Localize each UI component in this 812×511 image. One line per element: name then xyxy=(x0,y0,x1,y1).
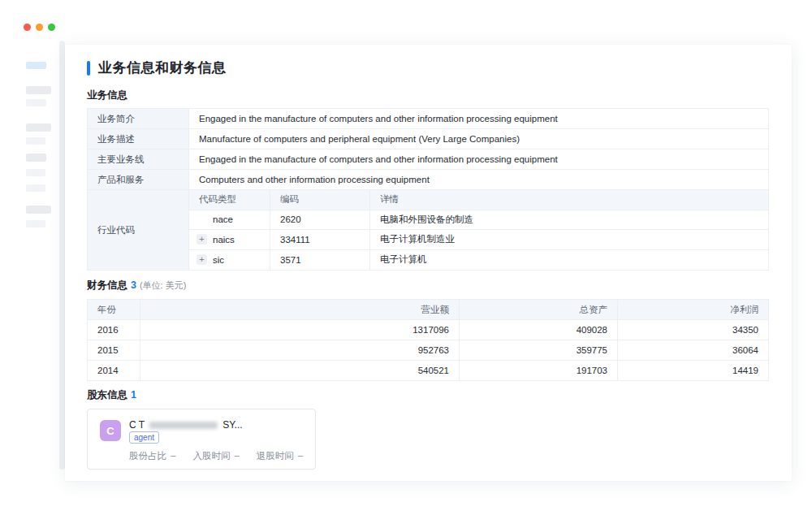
table-row: + naics 334111 电子计算机制造业 xyxy=(189,230,768,250)
cell-profit: 34350 xyxy=(618,320,768,340)
row-label: 产品和服务 xyxy=(88,170,189,189)
column-header: 营业额 xyxy=(140,300,460,319)
cell-year: 2015 xyxy=(88,340,140,360)
cell-code-type: + naics xyxy=(189,230,270,249)
table-row: nace 2620 电脑和外围设备的制造 xyxy=(189,210,768,231)
financial-info-heading-text: 财务信息 xyxy=(87,279,127,291)
sidebar-item[interactable] xyxy=(26,184,45,192)
table-row: 业务描述 Manufacture of computers and periph… xyxy=(88,129,768,149)
shareholder-name: C T SY... xyxy=(129,419,243,431)
column-header: 代码类型 xyxy=(189,190,270,210)
cell-detail: 电子计算机制造业 xyxy=(370,230,768,249)
window-controls xyxy=(24,24,55,31)
industry-codes-row: 行业代码 代码类型 编码 详情 nace 2620 电脑和外围设备的制造 + n… xyxy=(88,190,768,271)
shareholder-card: C C T SY... agent 股份占比 – 入股时间 – 退股时间 – xyxy=(87,409,316,470)
table-row: 产品和服务 Computers and other information pr… xyxy=(88,170,768,190)
name-suffix: SY... xyxy=(222,419,242,431)
cell-assets: 359775 xyxy=(460,340,618,360)
financial-table-header: 年份 营业额 总资产 净利润 xyxy=(88,300,768,320)
expand-button[interactable]: + xyxy=(197,234,207,245)
shareholder-stats: 股份占比 – 入股时间 – 退股时间 – xyxy=(129,450,303,462)
cell-code: 334111 xyxy=(270,230,370,249)
stat-value: – xyxy=(234,450,239,462)
column-header: 详情 xyxy=(370,190,768,210)
sidebar-item[interactable] xyxy=(26,99,46,106)
cell-detail: 电脑和外围设备的制造 xyxy=(370,210,768,230)
financial-info-heading: 财务信息3(单位: 美元) xyxy=(87,279,186,292)
business-info-table: 业务简介 Engaged in the manufacture of compu… xyxy=(87,108,769,271)
page-title-text: 业务信息和财务信息 xyxy=(98,58,227,77)
cell-profit: 36064 xyxy=(618,340,768,360)
cell-year: 2016 xyxy=(88,320,140,340)
row-value: Engaged in the manufacture of computers … xyxy=(189,109,768,128)
stat-join-date: 入股时间 – xyxy=(192,450,239,462)
page-title: 业务信息和财务信息 xyxy=(87,58,227,77)
sidebar-item[interactable] xyxy=(26,137,45,145)
cell-revenue: 540521 xyxy=(140,361,460,380)
panel-divider xyxy=(59,41,65,470)
cell-code-type: + sic xyxy=(189,250,270,271)
row-label: 行业代码 xyxy=(88,190,189,270)
expand-button[interactable]: + xyxy=(197,254,207,265)
table-row: 2014 540521 191703 14419 xyxy=(88,361,768,381)
close-button[interactable] xyxy=(24,24,31,31)
minimize-button[interactable] xyxy=(36,24,43,31)
table-row: 2015 952763 359775 36064 xyxy=(88,340,768,361)
sidebar-item[interactable] xyxy=(26,86,51,94)
cell-revenue: 952763 xyxy=(140,340,460,360)
sidebar-item[interactable] xyxy=(26,154,46,162)
shareholder-info-heading-text: 股东信息 xyxy=(87,389,127,401)
sidebar-item-active[interactable] xyxy=(26,62,46,69)
table-row: + sic 3571 电子计算机 xyxy=(189,250,768,271)
row-value: Manufacture of computers and peripheral … xyxy=(189,129,768,149)
cell-revenue: 1317096 xyxy=(140,320,460,340)
stat-label: 退股时间 xyxy=(257,450,294,462)
cell-profit: 14419 xyxy=(618,361,768,380)
row-label: 业务简介 xyxy=(88,109,189,128)
table-row: 业务简介 Engaged in the manufacture of compu… xyxy=(88,109,768,129)
code-type-text: naics xyxy=(213,235,235,245)
industry-codes-table: 代码类型 编码 详情 nace 2620 电脑和外围设备的制造 + naics … xyxy=(189,190,768,270)
zoom-button[interactable] xyxy=(48,24,55,31)
stat-value: – xyxy=(298,450,303,462)
financial-count-badge: 3 xyxy=(131,279,136,291)
cell-assets: 191703 xyxy=(460,361,618,380)
sidebar-item[interactable] xyxy=(26,220,45,227)
stat-value: – xyxy=(171,450,175,462)
cell-assets: 409028 xyxy=(460,320,618,340)
cell-code-type: nace xyxy=(189,210,270,230)
financial-table: 年份 营业额 总资产 净利润 2016 1317096 409028 34350… xyxy=(87,299,769,381)
sidebar-item[interactable] xyxy=(26,169,45,176)
shareholder-avatar: C xyxy=(100,420,121,441)
unit-note: (单位: 美元) xyxy=(140,280,186,290)
content-panel: 业务信息和财务信息 业务信息 业务简介 Engaged in the manuf… xyxy=(65,45,792,481)
sidebar-item[interactable] xyxy=(26,206,51,214)
shareholder-info-heading: 股东信息1 xyxy=(87,388,136,402)
cell-code: 2620 xyxy=(270,210,370,230)
business-info-heading-text: 业务信息 xyxy=(87,89,127,101)
row-value: Engaged in the manufacture of computers … xyxy=(189,149,768,169)
title-accent-bar xyxy=(87,61,90,76)
stat-label: 入股时间 xyxy=(192,450,230,462)
cell-code: 3571 xyxy=(270,250,370,271)
business-info-heading: 业务信息 xyxy=(87,89,127,102)
row-value: Computers and other information processi… xyxy=(189,170,768,189)
agent-badge: agent xyxy=(129,431,159,444)
cell-detail: 电子计算机 xyxy=(370,250,768,271)
industry-codes-header: 代码类型 编码 详情 xyxy=(189,190,768,210)
cell-year: 2014 xyxy=(88,361,140,380)
redacted-name-block xyxy=(149,422,218,429)
stat-label: 股份占比 xyxy=(129,450,166,462)
table-row: 2016 1317096 409028 34350 xyxy=(88,320,768,340)
shareholder-count-badge: 1 xyxy=(131,389,136,401)
column-header: 总资产 xyxy=(460,300,618,319)
name-prefix: C T xyxy=(129,419,145,431)
sidebar-item[interactable] xyxy=(26,123,51,132)
row-label: 主要业务线 xyxy=(88,149,189,169)
stat-exit-date: 退股时间 – xyxy=(257,450,303,462)
column-header: 编码 xyxy=(270,190,370,210)
row-label: 业务描述 xyxy=(88,129,189,149)
column-header: 年份 xyxy=(88,300,140,319)
column-header: 净利润 xyxy=(618,300,768,319)
stat-share-ratio: 股份占比 – xyxy=(129,450,175,462)
